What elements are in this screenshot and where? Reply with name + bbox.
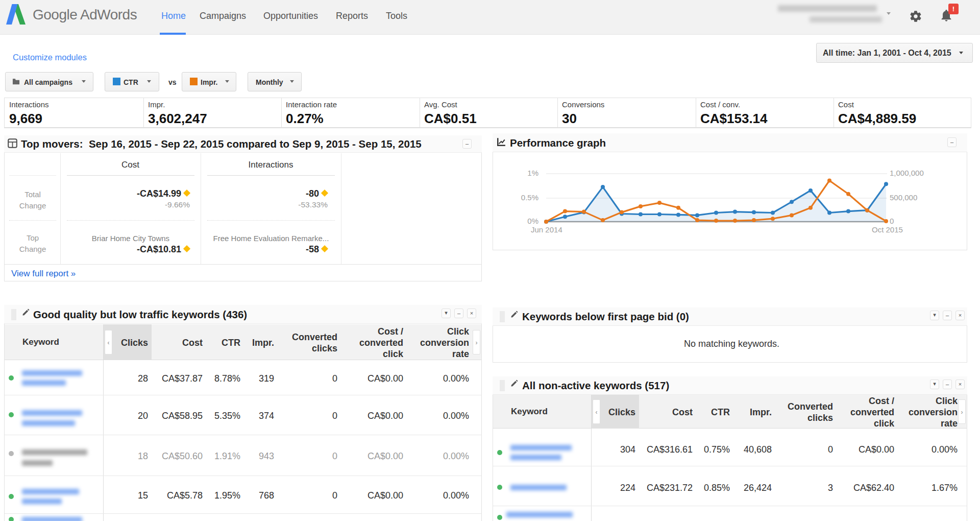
svg-text:Jun 2014: Jun 2014 bbox=[531, 225, 562, 234]
svg-text:0: 0 bbox=[890, 217, 894, 225]
svg-text:0%: 0% bbox=[527, 217, 538, 225]
svg-text:1,000,000: 1,000,000 bbox=[890, 169, 924, 177]
svg-text:0.5%: 0.5% bbox=[521, 193, 538, 202]
svg-text:500,000: 500,000 bbox=[890, 193, 917, 202]
svg-text:Oct 2015: Oct 2015 bbox=[872, 225, 903, 234]
svg-text:1%: 1% bbox=[527, 169, 538, 177]
